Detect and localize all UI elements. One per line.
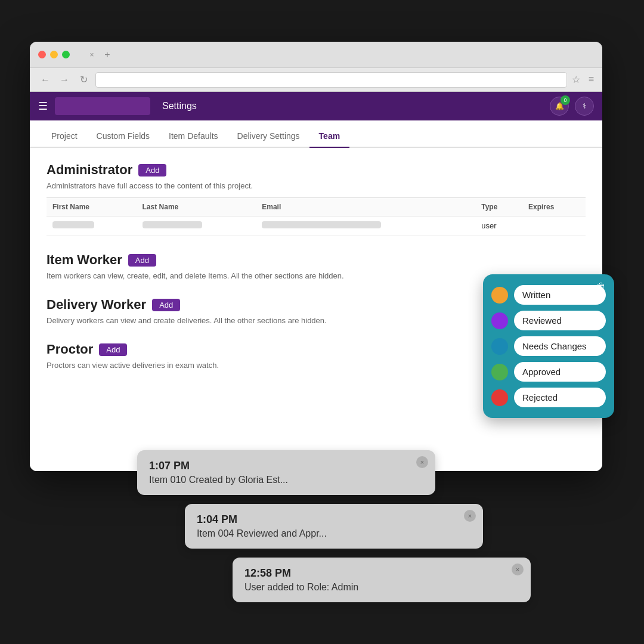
status-row-written: Written: [491, 285, 606, 305]
administrator-section: Administrator Add Administrators have fu…: [47, 162, 586, 236]
reload-button[interactable]: ↻: [76, 73, 91, 87]
col-type: Type: [475, 198, 522, 216]
tab-delivery-settings[interactable]: Delivery Settings: [228, 125, 309, 148]
notifications-button[interactable]: 🔔 0: [550, 97, 569, 116]
administrator-description: Administrators have full access to the c…: [47, 181, 586, 190]
needs-changes-label[interactable]: Needs Changes: [514, 336, 606, 356]
notif-3-time: 12:58 PM: [244, 567, 519, 580]
administrator-table: First Name Last Name Email Type Expires: [47, 197, 586, 236]
trash-icon[interactable]: 🗑: [596, 281, 606, 292]
status-row-rejected: Rejected: [491, 388, 606, 407]
notification-badge: 0: [561, 95, 570, 105]
header-right: 🔔 0 ⚕: [550, 97, 594, 116]
address-bar[interactable]: [95, 72, 567, 88]
tabs-bar: Project Custom Fields Item Defaults Deli…: [30, 120, 602, 148]
approved-label[interactable]: Approved: [514, 362, 606, 382]
notif-1-time: 1:07 PM: [149, 460, 423, 472]
user-icon: ⚕: [583, 102, 587, 110]
bookmark-icon[interactable]: ☆: [572, 74, 580, 85]
status-panel: 🗑 Written Reviewed Needs Changes Approve…: [483, 274, 614, 418]
tab-team[interactable]: Team: [309, 125, 350, 148]
table-row: user: [47, 216, 586, 236]
nav-bar: ← → ↻ ☆ ≡: [30, 68, 602, 92]
reviewed-dot: [491, 312, 508, 329]
hamburger-icon[interactable]: ☰: [38, 100, 48, 113]
minimize-button[interactable]: [50, 51, 58, 58]
page-title: Settings: [162, 101, 197, 112]
col-email: Email: [256, 198, 475, 216]
reviewed-label[interactable]: Reviewed: [514, 311, 606, 330]
written-label[interactable]: Written: [514, 285, 606, 305]
delivery-worker-add-button[interactable]: Add: [152, 299, 180, 311]
cell-first-name: [47, 216, 137, 236]
rejected-dot: [491, 389, 508, 406]
approved-dot: [491, 364, 508, 380]
notif-2-time: 1:04 PM: [197, 513, 471, 526]
notification-card-2: × 1:04 PM Item 004 Reviewed and Appr...: [185, 504, 483, 549]
app-header: ☰ Settings 🔔 0 ⚕: [30, 92, 602, 120]
tab-project[interactable]: Project: [42, 125, 87, 148]
notif-1-close-button[interactable]: ×: [416, 456, 428, 468]
item-worker-header: Item Worker Add: [47, 252, 586, 268]
col-first-name: First Name: [47, 198, 137, 216]
tab-item-defaults[interactable]: Item Defaults: [159, 125, 227, 148]
item-worker-add-button[interactable]: Add: [128, 254, 156, 267]
status-row-needs-changes: Needs Changes: [491, 336, 606, 356]
status-row-reviewed: Reviewed: [491, 311, 606, 330]
col-last-name: Last Name: [137, 198, 256, 216]
administrator-header: Administrator Add: [47, 162, 586, 178]
notif-2-text: Item 004 Reviewed and Appr...: [197, 528, 471, 539]
close-button[interactable]: [38, 51, 46, 58]
notif-3-close-button[interactable]: ×: [512, 564, 524, 575]
tab-custom-fields[interactable]: Custom Fields: [87, 125, 159, 148]
cell-expires: [522, 216, 586, 236]
traffic-lights: [38, 51, 70, 58]
title-bar: × +: [30, 42, 602, 68]
status-row-approved: Approved: [491, 362, 606, 382]
notification-card-1: × 1:07 PM Item 010 Created by Gloria Est…: [137, 450, 435, 495]
maximize-button[interactable]: [62, 51, 70, 58]
notif-1-text: Item 010 Created by Gloria Est...: [149, 475, 423, 485]
written-dot: [491, 287, 508, 304]
notif-3-text: User added to Role: Admin: [244, 582, 519, 593]
rejected-label[interactable]: Rejected: [514, 388, 606, 407]
delivery-worker-title: Delivery Worker: [47, 297, 146, 312]
cell-last-name: [137, 216, 256, 236]
administrator-title: Administrator: [47, 162, 132, 178]
needs-changes-dot: [491, 338, 508, 355]
cell-email: [256, 216, 475, 236]
notification-card-3: × 12:58 PM User added to Role: Admin: [233, 558, 531, 602]
tab-close-icon[interactable]: ×: [86, 49, 97, 60]
notif-2-close-button[interactable]: ×: [464, 510, 476, 522]
proctor-title: Proctor: [47, 342, 93, 357]
new-tab-icon[interactable]: +: [102, 49, 113, 60]
proctor-add-button[interactable]: Add: [99, 343, 127, 356]
user-menu-button[interactable]: ⚕: [575, 97, 594, 116]
forward-button[interactable]: →: [57, 73, 72, 87]
browser-menu-icon[interactable]: ≡: [589, 74, 594, 85]
app-logo: [55, 97, 150, 115]
col-expires: Expires: [522, 198, 586, 216]
cell-type: user: [475, 216, 522, 236]
nav-icons: ☆ ≡: [572, 74, 594, 85]
item-worker-title: Item Worker: [47, 252, 122, 268]
back-button[interactable]: ←: [38, 73, 52, 87]
administrator-add-button[interactable]: Add: [138, 164, 166, 177]
